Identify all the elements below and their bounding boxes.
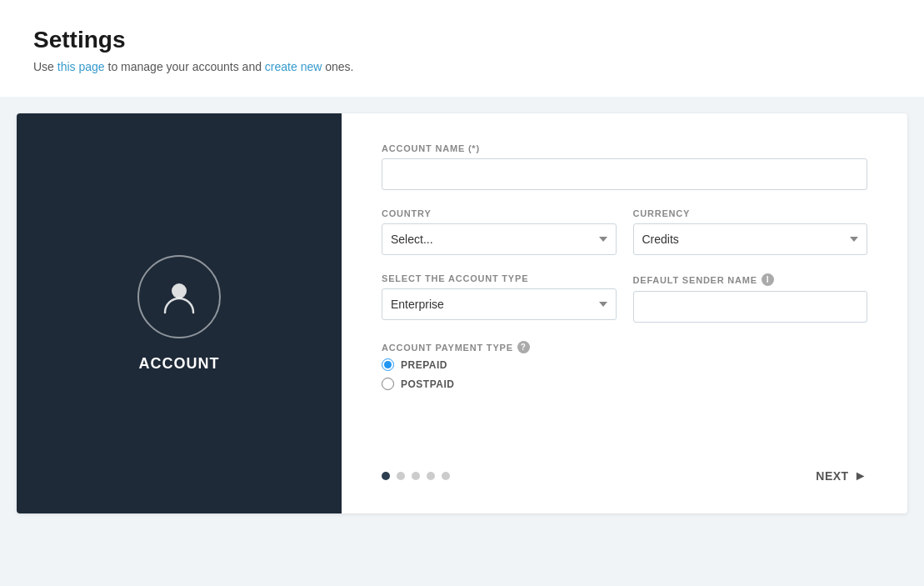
country-select[interactable]: Select... United States United Kingdom (382, 223, 617, 255)
dot-3 (412, 472, 420, 480)
person-icon (158, 276, 200, 318)
create-new-link[interactable]: create new (265, 60, 322, 73)
dot-2 (397, 472, 405, 480)
svg-point-0 (172, 283, 187, 298)
account-name-label: ACCOUNT NAME (*) (382, 143, 867, 153)
right-panel: ACCOUNT NAME (*) COUNTRY Select... Unite… (342, 113, 907, 513)
dot-4 (427, 472, 435, 480)
payment-type-radio-group: PREPAID POSTPAID (382, 358, 867, 390)
account-type-select[interactable]: Enterprise Standard Basic (382, 288, 617, 320)
avatar-circle (137, 255, 221, 338)
country-currency-row: COUNTRY Select... United States United K… (382, 208, 867, 255)
prepaid-label: PREPAID (401, 359, 447, 371)
postpaid-radio[interactable] (382, 378, 394, 390)
top-section: Settings Use this page to manage your ac… (0, 0, 924, 97)
next-label: NEXT (816, 469, 848, 483)
page-title: Settings (33, 27, 891, 53)
currency-label: CURRENCY (633, 208, 868, 218)
page-subtitle: Use this page to manage your accounts an… (33, 60, 891, 73)
account-type-group: SELECT THE ACCOUNT TYPE Enterprise Stand… (382, 273, 617, 323)
default-sender-input[interactable] (633, 291, 868, 323)
currency-group: CURRENCY Credits USD EUR (633, 208, 868, 255)
dot-1 (382, 472, 390, 480)
pagination-dots (382, 472, 450, 480)
postpaid-label: POSTPAID (401, 378, 454, 390)
payment-type-label: ACCOUNT PAYMENT TYPE ? (382, 341, 867, 353)
default-sender-info-icon[interactable]: i (762, 273, 774, 286)
payment-type-info-icon[interactable]: ? (517, 341, 530, 353)
postpaid-radio-item[interactable]: POSTPAID (382, 378, 867, 390)
content-wrapper: ACCOUNT ACCOUNT NAME (*) COUNTRY Select.… (0, 97, 924, 530)
account-name-input[interactable] (382, 158, 867, 190)
country-group: COUNTRY Select... United States United K… (382, 208, 617, 255)
default-sender-group: DEFAULT SENDER NAME i (633, 273, 868, 323)
next-arrow-icon: ► (854, 468, 867, 483)
next-button[interactable]: NEXT ► (816, 468, 867, 483)
payment-type-group: ACCOUNT PAYMENT TYPE ? PREPAID POSTPAID (382, 341, 867, 390)
this-page-link[interactable]: this page (57, 60, 105, 73)
prepaid-radio-item[interactable]: PREPAID (382, 358, 867, 371)
prepaid-radio[interactable] (382, 358, 394, 371)
dot-5 (442, 472, 450, 480)
account-type-label: SELECT THE ACCOUNT TYPE (382, 273, 617, 283)
left-panel: ACCOUNT (17, 113, 342, 513)
account-label: ACCOUNT (139, 355, 220, 373)
account-name-group: ACCOUNT NAME (*) (382, 143, 867, 190)
account-type-sender-row: SELECT THE ACCOUNT TYPE Enterprise Stand… (382, 273, 867, 323)
form-footer: NEXT ► (382, 452, 867, 483)
default-sender-label: DEFAULT SENDER NAME i (633, 273, 868, 286)
currency-select[interactable]: Credits USD EUR (633, 223, 868, 255)
main-card: ACCOUNT ACCOUNT NAME (*) COUNTRY Select.… (17, 113, 907, 513)
country-label: COUNTRY (382, 208, 617, 218)
